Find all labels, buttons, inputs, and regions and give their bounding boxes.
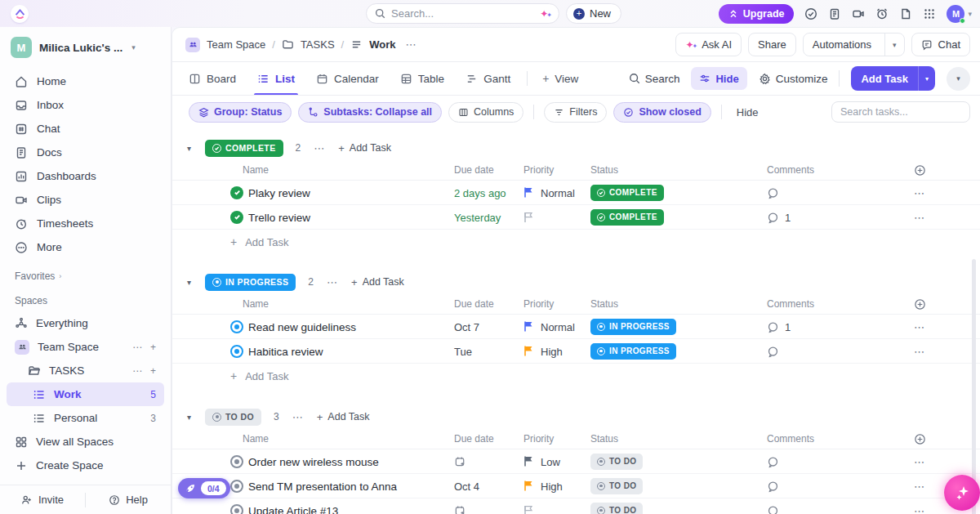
toolbar-hide-button[interactable]: Hide (737, 106, 759, 118)
clickup-logo-icon[interactable] (11, 5, 29, 23)
global-search-input[interactable]: Search... ✦✦ (366, 3, 559, 24)
comments-cell[interactable] (767, 480, 785, 492)
tab-board[interactable]: Board (189, 62, 236, 95)
ask-ai-button[interactable]: ✦✦ Ask AI (675, 33, 742, 56)
show-closed-pill[interactable]: Show closed (613, 102, 710, 123)
columns-pill[interactable]: Columns (448, 102, 523, 123)
group-by-pill[interactable]: Group: Status (189, 102, 292, 123)
due-date[interactable]: Oct 4 (454, 480, 479, 492)
comments-cell[interactable] (767, 186, 785, 199)
due-date[interactable]: 2 days ago (454, 186, 506, 199)
set-due-date-button[interactable] (454, 455, 466, 467)
table-row[interactable]: Read new guideliness Oct 7 Normal IN PRO… (172, 315, 980, 339)
add-column-button[interactable] (906, 298, 933, 313)
collapse-caret-icon[interactable]: ▾ (187, 413, 205, 422)
sidebar-item-docs[interactable]: Docs (7, 141, 164, 164)
row-ellipsis-icon[interactable]: ⋯ (906, 480, 933, 492)
task-name[interactable]: Habitica review (248, 345, 323, 357)
row-ellipsis-icon[interactable]: ⋯ (906, 211, 933, 223)
task-name[interactable]: Read new guideliness (248, 320, 356, 333)
task-name[interactable]: Update Article #13 (248, 504, 338, 514)
due-date[interactable]: Yesterday (454, 211, 501, 223)
status-complete-icon[interactable] (230, 186, 243, 199)
due-date[interactable]: Tue (454, 345, 472, 357)
table-row[interactable]: Order new wireless mouse Low TO DO ⋯ (172, 449, 980, 474)
filters-pill[interactable]: Filters (544, 102, 607, 123)
tab-table[interactable]: Table (400, 62, 444, 95)
row-ellipsis-icon[interactable]: ⋯ (906, 455, 933, 467)
add-task-row[interactable]: +Add Task (172, 230, 980, 254)
docs-icon[interactable] (899, 7, 912, 20)
priority-cell[interactable]: Normal (523, 320, 575, 333)
invite-button[interactable]: Invite (0, 485, 85, 514)
comments-cell[interactable] (767, 455, 785, 467)
chat-button[interactable]: Chat (911, 33, 970, 56)
ellipsis-icon[interactable]: ⋯ (292, 411, 304, 423)
sidebar-item-personal-list[interactable]: Personal 3 (7, 406, 164, 430)
account-menu[interactable]: M ▾ (947, 5, 972, 23)
sidebar-item-home[interactable]: Home (7, 69, 164, 93)
status-cell[interactable]: TO DO (590, 478, 643, 494)
ellipsis-icon[interactable]: ⋯ (314, 142, 325, 154)
status-todo-icon[interactable] (230, 504, 243, 514)
set-due-date-button[interactable] (454, 504, 466, 514)
add-task-row[interactable]: +Add Task (172, 364, 980, 388)
status-todo-icon[interactable] (230, 455, 243, 468)
ellipsis-icon[interactable]: ⋯ (132, 365, 142, 377)
status-in-progress-icon[interactable] (230, 345, 243, 358)
collapse-header-button[interactable]: ▾ (947, 67, 970, 91)
sidebar-item-view-all-spaces[interactable]: View all Spaces (7, 430, 164, 454)
sidebar-item-dashboards[interactable]: Dashboards (7, 164, 164, 188)
clips-video-icon[interactable] (852, 7, 865, 20)
sidebar-item-clips[interactable]: Clips (7, 188, 164, 212)
status-cell[interactable]: COMPLETE (590, 209, 664, 226)
sidebar-item-chat[interactable]: Chat (7, 117, 164, 141)
comments-cell[interactable] (767, 504, 785, 514)
priority-cell[interactable] (523, 505, 541, 514)
status-in-progress-icon[interactable] (230, 320, 243, 333)
breadcrumb-space[interactable]: Team Space (207, 38, 265, 51)
table-row[interactable]: Trello review Yesterday COMPLETE 1 ⋯ (172, 205, 980, 230)
status-cell[interactable]: TO DO (590, 454, 643, 470)
comments-cell[interactable] (767, 345, 785, 357)
row-ellipsis-icon[interactable]: ⋯ (906, 320, 933, 333)
priority-cell[interactable]: Normal (523, 186, 575, 199)
apps-grid-icon[interactable] (923, 7, 936, 20)
sidebar-item-everything[interactable]: Everything (7, 311, 164, 335)
priority-cell[interactable]: High (523, 480, 563, 492)
task-name[interactable]: Order new wireless mouse (248, 455, 379, 467)
sidebar-item-work-list[interactable]: Work 5 (7, 382, 164, 406)
tab-calendar[interactable]: Calendar (316, 62, 379, 95)
sidebar-item-team-space[interactable]: Team Space ⋯ + (7, 335, 164, 359)
sidebar-item-inbox[interactable]: Inbox (7, 93, 164, 117)
onboarding-progress-pill[interactable]: 0/4 (178, 478, 230, 498)
comments-cell[interactable]: 1 (767, 211, 791, 223)
ellipsis-icon[interactable]: ⋯ (327, 276, 338, 288)
tab-list[interactable]: List (257, 62, 295, 95)
status-complete-icon[interactable] (230, 211, 243, 224)
group-status-badge[interactable]: COMPLETE (205, 140, 283, 157)
chevron-down-icon[interactable]: ▾ (918, 66, 935, 91)
view-search-button[interactable]: Search (629, 73, 680, 85)
add-column-button[interactable] (906, 433, 933, 448)
ai-assistant-button[interactable] (944, 475, 980, 511)
notepad-icon[interactable] (828, 7, 841, 20)
status-cell[interactable]: TO DO (590, 503, 643, 514)
tasks-check-icon[interactable] (804, 7, 817, 20)
breadcrumb-folder[interactable]: TASKS (301, 38, 335, 51)
status-cell[interactable]: COMPLETE (590, 185, 664, 201)
help-button[interactable]: Help (86, 485, 171, 514)
group-status-badge[interactable]: TO DO (205, 409, 261, 426)
group-add-task[interactable]: +Add Task (338, 142, 391, 154)
workspace-switcher[interactable]: M Milica Lukic's ... ▾ (0, 27, 171, 66)
chevron-down-icon[interactable]: ▾ (884, 34, 904, 56)
task-name[interactable]: Send TM presentation to Anna (248, 480, 397, 492)
breadcrumb-list[interactable]: Work (369, 38, 395, 51)
plus-icon[interactable]: + (150, 342, 156, 353)
priority-cell[interactable]: High (523, 345, 563, 357)
sidebar-item-more[interactable]: More (7, 235, 164, 259)
comments-cell[interactable]: 1 (767, 320, 791, 333)
tab-gantt[interactable]: Gantt (466, 62, 510, 95)
ellipsis-icon[interactable]: ⋯ (405, 38, 416, 51)
status-cell[interactable]: IN PROGRESS (590, 319, 676, 335)
